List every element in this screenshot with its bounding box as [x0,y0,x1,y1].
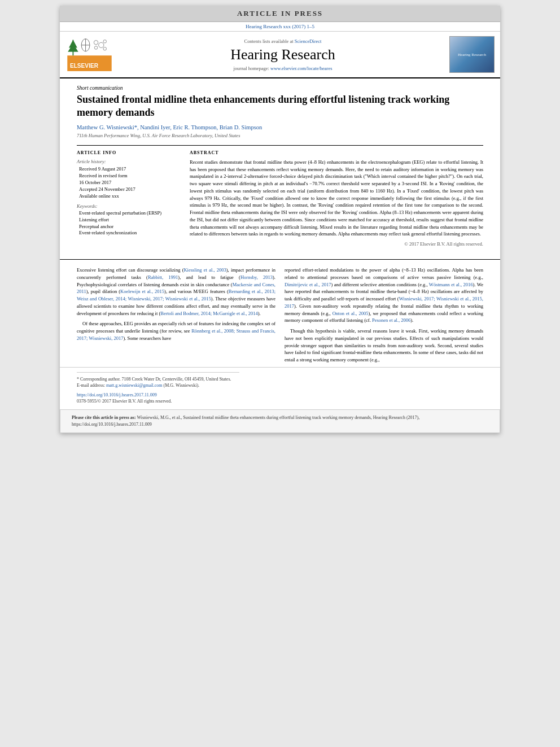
svg-point-8 [94,40,98,44]
corresponding-author: * Corresponding author. 7108 Creek Water… [77,376,483,382]
received-date: Received 9 August 2017 [77,166,178,172]
affiliation-line: 711th Human Performance Wing, U.S. Air F… [77,133,483,138]
ref-bernarding[interactable]: Bernarding et al., 2013; Weisz and Obles… [77,289,275,302]
homepage-link[interactable]: www.elsevier.com/locate/heares [270,65,332,71]
body-left-para1: Excessive listening effort can discourag… [77,267,275,317]
svg-text:ELSEVIER: ELSEVIER [70,62,99,68]
ref-bertoli[interactable]: Bertoli and Bodmer, 2014; McGarrigle et … [160,311,257,316]
journal-info-bar: Hearing Research xxx (2017) 1–5 [60,22,500,32]
ref-wostmann[interactable]: Wöstmann et al., 2016 [429,282,473,287]
body-col-right: reported effort-related modulations to t… [285,267,483,367]
body-col-left: Excessive listening effort can discourag… [77,267,275,367]
keyword-1: Event-related spectral perturbation (ERS… [77,210,178,217]
abstract-text: Recent studies demonstrate that frontal … [190,159,483,238]
svg-point-12 [103,47,107,50]
abstract-col: ABSTRACT Recent studies demonstrate that… [190,150,483,247]
elsevier-svg: ELSEVIER [65,37,113,71]
sciencedirect-link[interactable]: ScienceDirect [295,38,322,44]
journal-homepage-line: journal homepage: www.elsevier.com/locat… [116,65,449,71]
journal-title: Hearing Research [116,46,449,63]
article-type-label: Short communication [77,85,483,91]
please-cite-label: Please cite this article in press as: [72,415,136,420]
body-two-col: Excessive listening effort can discourag… [60,267,500,367]
main-content: Short communication Sustained frontal mi… [60,85,500,252]
article-info-abstract: ARTICLE INFO Article history: Received 9… [77,145,483,247]
revised-date: 16 October 2017 [77,180,178,185]
authors-line: Matthew G. Wisniewski*, Nandini Iyer, Er… [77,124,483,130]
email-line: E-mail address: matt.g.wisniewski@gmail.… [77,382,483,388]
journal-info-text: Hearing Research xxx (2017) 1–5 [246,24,314,29]
ref-koelewijn[interactable]: Koelewijn et al., 2015 [120,289,164,294]
article-history-label: Article history: [77,159,178,164]
article-title: Sustained frontal midline theta enhancem… [77,93,483,120]
abstract-heading: ABSTRACT [190,150,483,155]
footnote-section: * Corresponding author. 7108 Creek Water… [60,367,500,409]
keyword-2: Listening effort [77,217,178,224]
article-info-heading: ARTICLE INFO [77,150,178,155]
ref-rabbitt[interactable]: Rabbitt, 1991 [148,274,178,280]
ref-kiessling[interactable]: Kiessling et al., 2003 [183,267,226,273]
ref-onton[interactable]: Onton et al., 2005 [333,311,369,316]
aip-text: ARTICLE IN PRESS [237,9,323,18]
keyword-3: Perceptual anchor [77,224,178,230]
journal-center: Contents lists available at ScienceDirec… [116,38,449,71]
ref-hornsby[interactable]: Hornsby, 2013 [240,274,273,280]
citation-bar: Please cite this article in press as: Wi… [60,409,500,433]
body-left-para2: Of these approaches, EEG provides an esp… [77,320,275,342]
hr-logo-label: Hearing Research [458,53,486,57]
ref-ronnberg[interactable]: Rönnberg et al., 2008; Strauss and Franc… [77,328,275,341]
ref-dimitrijevic[interactable]: Dimitrijevic et al., 2017 [285,282,331,287]
email-label: E-mail address: [77,383,106,388]
issn-line: 0378-5955/© 2017 Elsevier B.V. All right… [77,399,172,404]
corresponding-text: * Corresponding author. 7108 Creek Water… [77,377,231,382]
email-address[interactable]: matt.g.wisniewski@gmail.com [106,383,163,388]
contents-line: Contents lists available at ScienceDirec… [116,38,449,44]
ref-wisniewski1[interactable]: Wisniewski, 2017; Wisniewski et al., 201… [285,296,483,309]
contents-text: Contents lists available at [244,38,295,44]
svg-point-9 [94,46,98,49]
hearing-research-logo-box: Hearing Research [449,36,495,73]
doi-link[interactable]: https://doi.org/10.1016/j.heares.2017.11… [77,392,157,397]
citation-text: Please cite this article in press as: Wi… [72,415,419,427]
page: ARTICLE IN PRESS Hearing Research xxx (2… [60,6,500,433]
svg-point-11 [103,40,107,43]
section-divider [60,259,500,260]
header-section: ELSEVIER Contents lists available at [60,32,500,78]
copyright-line: © 2017 Elsevier B.V. All rights reserved… [190,241,483,247]
keywords-label: Keywords: [77,203,178,209]
article-info-col: ARTICLE INFO Article history: Received 9… [77,150,178,247]
accepted-date: Accepted 24 November 2017 [77,186,178,192]
body-right-para1: reported effort-related modulations to t… [285,267,483,324]
aip-banner: ARTICLE IN PRESS [60,6,500,22]
revised-label: Received in revised form [77,173,178,178]
available-online: Available online xxx [77,193,178,199]
keyword-4: Event-related synchronization [77,230,178,237]
homepage-text: journal homepage: [233,65,270,71]
ref-pesonen[interactable]: Pesonen et al., 2006 [372,317,410,323]
svg-point-10 [99,42,104,47]
abstract-paragraph: Recent studies demonstrate that frontal … [190,159,483,238]
elsevier-logo: ELSEVIER [65,37,116,72]
body-right-para2: Though this hypothesis is viable, severa… [285,327,483,364]
email-suffix: (M.G. Wisniewski). [164,383,200,388]
